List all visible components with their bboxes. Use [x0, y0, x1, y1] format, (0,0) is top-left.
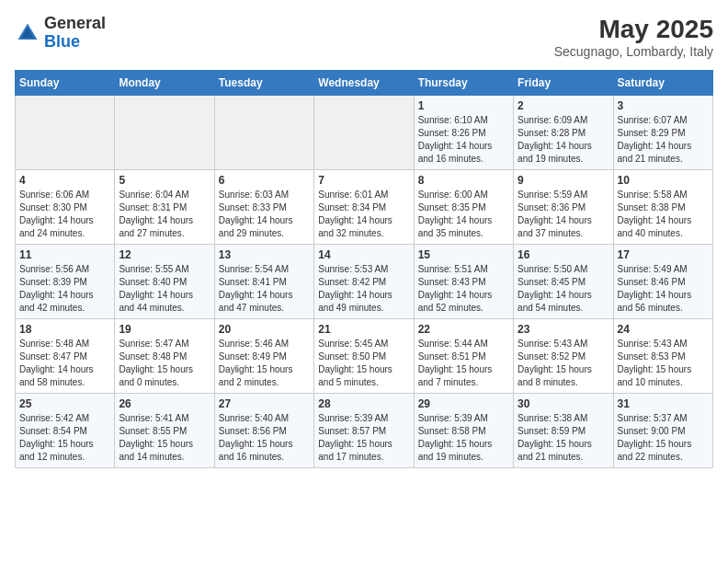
day-of-week-header: Thursday [414, 71, 513, 96]
calendar-cell: 19Sunrise: 5:47 AM Sunset: 8:48 PM Dayli… [115, 319, 214, 394]
day-number: 8 [418, 174, 509, 187]
calendar-week-row: 4Sunrise: 6:06 AM Sunset: 8:30 PM Daylig… [16, 170, 713, 245]
day-info: Sunrise: 5:47 AM Sunset: 8:48 PM Dayligh… [119, 338, 210, 389]
calendar-cell: 12Sunrise: 5:55 AM Sunset: 8:40 PM Dayli… [115, 245, 214, 319]
day-number: 23 [518, 323, 609, 336]
day-number: 26 [119, 397, 210, 410]
day-number: 3 [618, 99, 709, 112]
day-number: 10 [618, 174, 709, 187]
calendar-cell [115, 96, 214, 170]
day-info: Sunrise: 5:38 AM Sunset: 8:59 PM Dayligh… [518, 412, 609, 464]
day-number: 12 [119, 248, 210, 261]
calendar-table: SundayMondayTuesdayWednesdayThursdayFrid… [15, 70, 713, 468]
day-number: 20 [219, 323, 310, 336]
day-of-week-header: Wednesday [314, 71, 414, 96]
days-header-row: SundayMondayTuesdayWednesdayThursdayFrid… [16, 71, 713, 96]
day-info: Sunrise: 5:44 AM Sunset: 8:51 PM Dayligh… [418, 338, 509, 389]
day-info: Sunrise: 6:06 AM Sunset: 8:30 PM Dayligh… [19, 189, 110, 240]
day-number: 6 [219, 174, 310, 187]
calendar-cell: 24Sunrise: 5:43 AM Sunset: 8:53 PM Dayli… [613, 319, 712, 394]
day-number: 29 [418, 397, 509, 410]
calendar-cell: 31Sunrise: 5:37 AM Sunset: 9:00 PM Dayli… [613, 394, 712, 468]
day-number: 13 [219, 248, 310, 261]
day-number: 31 [618, 397, 709, 410]
day-number: 24 [618, 323, 709, 336]
calendar-cell: 13Sunrise: 5:54 AM Sunset: 8:41 PM Dayli… [214, 245, 313, 319]
calendar-week-row: 18Sunrise: 5:48 AM Sunset: 8:47 PM Dayli… [16, 319, 713, 394]
calendar-cell: 30Sunrise: 5:38 AM Sunset: 8:59 PM Dayli… [514, 394, 613, 468]
day-number: 4 [19, 174, 110, 187]
day-number: 21 [318, 323, 409, 336]
day-number: 5 [119, 174, 210, 187]
day-info: Sunrise: 6:07 AM Sunset: 8:29 PM Dayligh… [618, 114, 709, 166]
day-info: Sunrise: 5:48 AM Sunset: 8:47 PM Dayligh… [19, 338, 110, 389]
day-number: 22 [418, 323, 509, 336]
day-info: Sunrise: 6:00 AM Sunset: 8:35 PM Dayligh… [418, 189, 509, 240]
day-number: 19 [119, 323, 210, 336]
day-info: Sunrise: 5:43 AM Sunset: 8:52 PM Dayligh… [518, 338, 609, 389]
day-number: 30 [518, 397, 609, 410]
calendar-cell: 26Sunrise: 5:41 AM Sunset: 8:55 PM Dayli… [115, 394, 214, 468]
day-of-week-header: Friday [514, 71, 613, 96]
day-info: Sunrise: 5:55 AM Sunset: 8:40 PM Dayligh… [119, 263, 210, 315]
day-info: Sunrise: 5:39 AM Sunset: 8:57 PM Dayligh… [318, 412, 409, 464]
calendar-cell: 22Sunrise: 5:44 AM Sunset: 8:51 PM Dayli… [414, 319, 513, 394]
calendar-cell: 29Sunrise: 5:39 AM Sunset: 8:58 PM Dayli… [414, 394, 513, 468]
day-info: Sunrise: 6:03 AM Sunset: 8:33 PM Dayligh… [219, 189, 310, 240]
calendar-week-row: 25Sunrise: 5:42 AM Sunset: 8:54 PM Dayli… [16, 394, 713, 468]
calendar-cell: 20Sunrise: 5:46 AM Sunset: 8:49 PM Dayli… [214, 319, 313, 394]
calendar-cell: 27Sunrise: 5:40 AM Sunset: 8:56 PM Dayli… [214, 394, 313, 468]
day-info: Sunrise: 6:10 AM Sunset: 8:26 PM Dayligh… [418, 114, 509, 166]
day-number: 27 [219, 397, 310, 410]
day-info: Sunrise: 5:37 AM Sunset: 9:00 PM Dayligh… [618, 412, 709, 464]
day-number: 7 [318, 174, 409, 187]
calendar-cell: 15Sunrise: 5:51 AM Sunset: 8:43 PM Dayli… [414, 245, 513, 319]
day-number: 1 [418, 99, 509, 112]
calendar-cell: 17Sunrise: 5:49 AM Sunset: 8:46 PM Dayli… [613, 245, 712, 319]
page-header: General Blue May 2025 Secugnago, Lombard… [15, 15, 713, 59]
day-info: Sunrise: 5:39 AM Sunset: 8:58 PM Dayligh… [418, 412, 509, 464]
calendar-cell: 18Sunrise: 5:48 AM Sunset: 8:47 PM Dayli… [16, 319, 115, 394]
day-info: Sunrise: 5:40 AM Sunset: 8:56 PM Dayligh… [219, 412, 310, 464]
day-number: 18 [19, 323, 110, 336]
day-number: 25 [19, 397, 110, 410]
logo-icon [15, 20, 40, 46]
day-of-week-header: Monday [115, 71, 214, 96]
calendar-cell: 3Sunrise: 6:07 AM Sunset: 8:29 PM Daylig… [613, 96, 712, 170]
day-number: 2 [518, 99, 609, 112]
calendar-cell: 28Sunrise: 5:39 AM Sunset: 8:57 PM Dayli… [314, 394, 414, 468]
calendar-cell: 8Sunrise: 6:00 AM Sunset: 8:35 PM Daylig… [414, 170, 513, 245]
calendar-cell: 7Sunrise: 6:01 AM Sunset: 8:34 PM Daylig… [314, 170, 414, 245]
day-info: Sunrise: 5:46 AM Sunset: 8:49 PM Dayligh… [219, 338, 310, 389]
calendar-cell: 14Sunrise: 5:53 AM Sunset: 8:42 PM Dayli… [314, 245, 414, 319]
calendar-cell: 4Sunrise: 6:06 AM Sunset: 8:30 PM Daylig… [16, 170, 115, 245]
calendar-cell: 1Sunrise: 6:10 AM Sunset: 8:26 PM Daylig… [414, 96, 513, 170]
calendar-cell: 23Sunrise: 5:43 AM Sunset: 8:52 PM Dayli… [514, 319, 613, 394]
day-number: 11 [19, 248, 110, 261]
calendar-cell [16, 96, 115, 170]
day-of-week-header: Saturday [613, 71, 712, 96]
calendar-cell: 25Sunrise: 5:42 AM Sunset: 8:54 PM Dayli… [16, 394, 115, 468]
day-of-week-header: Sunday [16, 71, 115, 96]
day-info: Sunrise: 5:56 AM Sunset: 8:39 PM Dayligh… [19, 263, 110, 315]
day-number: 28 [318, 397, 409, 410]
calendar-cell: 9Sunrise: 5:59 AM Sunset: 8:36 PM Daylig… [514, 170, 613, 245]
calendar-cell: 11Sunrise: 5:56 AM Sunset: 8:39 PM Dayli… [16, 245, 115, 319]
calendar-cell: 2Sunrise: 6:09 AM Sunset: 8:28 PM Daylig… [514, 96, 613, 170]
day-info: Sunrise: 5:53 AM Sunset: 8:42 PM Dayligh… [318, 263, 409, 315]
calendar-cell: 5Sunrise: 6:04 AM Sunset: 8:31 PM Daylig… [115, 170, 214, 245]
calendar-cell [314, 96, 414, 170]
calendar-cell: 16Sunrise: 5:50 AM Sunset: 8:45 PM Dayli… [514, 245, 613, 319]
day-info: Sunrise: 6:04 AM Sunset: 8:31 PM Dayligh… [119, 189, 210, 240]
day-number: 16 [518, 248, 609, 261]
day-number: 15 [418, 248, 509, 261]
logo-text: General Blue [44, 15, 106, 52]
logo: General Blue [15, 15, 106, 52]
day-info: Sunrise: 5:59 AM Sunset: 8:36 PM Dayligh… [518, 189, 609, 240]
day-info: Sunrise: 5:58 AM Sunset: 8:38 PM Dayligh… [618, 189, 709, 240]
day-number: 14 [318, 248, 409, 261]
calendar-week-row: 11Sunrise: 5:56 AM Sunset: 8:39 PM Dayli… [16, 245, 713, 319]
day-info: Sunrise: 5:54 AM Sunset: 8:41 PM Dayligh… [219, 263, 310, 315]
day-info: Sunrise: 5:41 AM Sunset: 8:55 PM Dayligh… [119, 412, 210, 464]
calendar-cell [214, 96, 313, 170]
